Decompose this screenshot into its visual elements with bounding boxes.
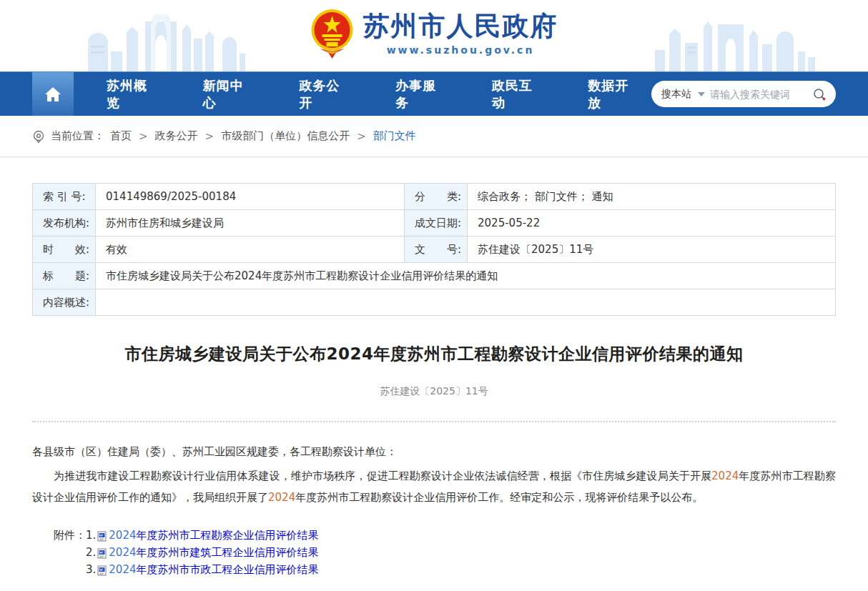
meta-value-title: 市住房城乡建设局关于公布2024年度苏州市工程勘察设计企业信用评价结果的通知	[96, 263, 836, 289]
dashed-divider	[32, 421, 836, 422]
salutation: 各县级市（区）住建局（委）、苏州工业园区规建委，各工程勘察设计单位：	[32, 441, 836, 462]
document-meta-table: 索 引 号: 014149869/2025-00184 分 类: 综合政务； 部…	[0, 157, 868, 316]
doc-file-icon	[97, 548, 107, 559]
nav-items: 苏州概览 新闻中心 政务公开 办事服务 政民互动 数据开放	[74, 72, 651, 116]
main-navbar: 苏州概览 新闻中心 政务公开 办事服务 政民互动 数据开放 搜本站	[0, 71, 868, 116]
search-button[interactable]	[813, 88, 826, 101]
home-button[interactable]	[32, 72, 74, 116]
attachment-link-highlight: 2024	[109, 527, 136, 544]
meta-value-issuing-agency: 苏州市住房和城乡建设局	[96, 210, 405, 237]
attachments-section: 附件： 1. 2024年度苏州市工程勘察企业信用评价结果 2.	[32, 527, 836, 578]
breadcrumb-separator: >	[139, 130, 148, 143]
attachment-link-text: 年度苏州市市政工程企业信用评价结果	[137, 561, 319, 578]
paragraph-text: 为推进我市建设工程勘察设计行业信用体系建设，维护市场秩序，促进工程勘察设计企业依…	[54, 470, 711, 482]
breadcrumb-separator: >	[205, 130, 214, 143]
breadcrumb-separator: >	[357, 130, 366, 143]
meta-label-issuing-agency: 发布机构:	[33, 210, 96, 237]
attachment-link-municipal-results[interactable]: 2024年度苏州市市政工程企业信用评价结果	[97, 561, 318, 578]
body-paragraph: 为推进我市建设工程勘察设计行业信用体系建设，维护市场秩序，促进工程勘察设计企业依…	[32, 465, 836, 508]
meta-label-issue-date: 成文日期:	[405, 210, 468, 237]
chevron-down-icon[interactable]	[698, 92, 705, 96]
attachment-number: 1.	[86, 527, 96, 544]
attachment-link-text: 年度苏州市建筑工程企业信用评价结果	[137, 544, 319, 561]
doc-file-icon	[97, 565, 107, 576]
site-title: 苏州市人民政府	[363, 10, 558, 43]
site-header: 苏州市人民政府 www.suzhou.gov.cn	[0, 0, 868, 71]
skyline-illustration-right	[654, 14, 818, 71]
page-title: 市住房城乡建设局关于公布2024年度苏州市工程勘察设计企业信用评价结果的通知	[32, 343, 836, 365]
national-emblem-icon	[310, 7, 355, 59]
nav-item-suzhou-overview[interactable]: 苏州概览	[89, 77, 170, 111]
table-row: 时 效: 有效 文 号: 苏住建设〔2025〕11号	[33, 237, 836, 263]
table-row: 发布机构: 苏州市住房和城乡建设局 成文日期: 2025-05-22	[33, 210, 836, 237]
meta-label-category: 分 类:	[405, 184, 468, 210]
keyword-highlight: 2024	[268, 491, 295, 504]
site-search: 搜本站	[651, 81, 836, 107]
nav-item-open-data[interactable]: 数据开放	[571, 77, 651, 111]
attachment-link-construction-results[interactable]: 2024年度苏州市建筑工程企业信用评价结果	[97, 544, 318, 561]
breadcrumb-municipal-departments[interactable]: 市级部门（单位）信息公开	[221, 129, 350, 143]
skyline-illustration-left	[82, 14, 247, 71]
nav-item-services[interactable]: 办事服务	[378, 77, 459, 111]
search-input[interactable]	[710, 89, 808, 100]
meta-value-category: 综合政务； 部门文件； 通知	[468, 184, 836, 210]
meta-label-index-number: 索 引 号:	[33, 184, 96, 210]
table-row: 内容概述:	[33, 289, 836, 316]
location-pin-icon	[32, 130, 45, 143]
paragraph-text: 年度苏州市工程勘察设计企业信用评价工作。经审定和公示，现将评价结果予以公布。	[295, 491, 703, 504]
attachment-number: 3.	[86, 561, 96, 578]
nav-item-government-affairs[interactable]: 政务公开	[282, 77, 363, 111]
nav-item-public-interaction[interactable]: 政民互动	[475, 77, 556, 111]
table-row: 索 引 号: 014149869/2025-00184 分 类: 综合政务； 部…	[33, 184, 836, 210]
meta-value-validity: 有效	[96, 237, 405, 263]
meta-label-summary: 内容概述:	[33, 289, 96, 316]
meta-value-doc-number: 苏住建设〔2025〕11号	[468, 237, 836, 263]
meta-label-title: 标 题:	[33, 263, 96, 289]
meta-value-index-number: 014149869/2025-00184	[96, 184, 405, 210]
site-url: www.suzhou.gov.cn	[387, 44, 535, 56]
doc-file-icon	[97, 531, 107, 542]
keyword-highlight: 2024	[711, 470, 739, 482]
breadcrumb-department-documents[interactable]: 部门文件	[373, 129, 416, 143]
nav-item-news-center[interactable]: 新闻中心	[186, 77, 267, 111]
meta-label-validity: 时 效:	[33, 237, 96, 263]
attachments-label: 附件：	[54, 527, 86, 544]
meta-value-issue-date: 2025-05-22	[468, 210, 836, 237]
breadcrumb: 当前位置： 首页 > 政务公开 > 市级部门（单位）信息公开 > 部门文件	[0, 116, 868, 157]
attachment-link-survey-results[interactable]: 2024年度苏州市工程勘察企业信用评价结果	[97, 527, 318, 544]
breadcrumb-home[interactable]: 首页	[110, 129, 132, 143]
breadcrumb-gov-affairs[interactable]: 政务公开	[155, 129, 198, 143]
meta-label-doc-number: 文 号:	[405, 237, 468, 263]
attachment-link-highlight: 2024	[109, 544, 136, 561]
search-scope-selector[interactable]: 搜本站	[661, 88, 691, 101]
site-logo: 苏州市人民政府 www.suzhou.gov.cn	[310, 7, 558, 59]
attachment-number: 2.	[86, 544, 96, 561]
attachment-link-text: 年度苏州市工程勘察企业信用评价结果	[137, 527, 319, 544]
article: 市住房城乡建设局关于公布2024年度苏州市工程勘察设计企业信用评价结果的通知 苏…	[0, 343, 868, 591]
document-body: 各县级市（区）住建局（委）、苏州工业园区规建委，各工程勘察设计单位： 为推进我市…	[32, 441, 836, 508]
home-icon	[44, 86, 62, 103]
attachment-link-highlight: 2024	[109, 561, 136, 578]
meta-value-summary	[96, 289, 836, 316]
document-number: 苏住建设〔2025〕11号	[32, 385, 836, 398]
search-icon	[813, 88, 826, 101]
breadcrumb-prefix: 当前位置：	[51, 129, 104, 143]
table-row: 标 题: 市住房城乡建设局关于公布2024年度苏州市工程勘察设计企业信用评价结果…	[33, 263, 836, 289]
